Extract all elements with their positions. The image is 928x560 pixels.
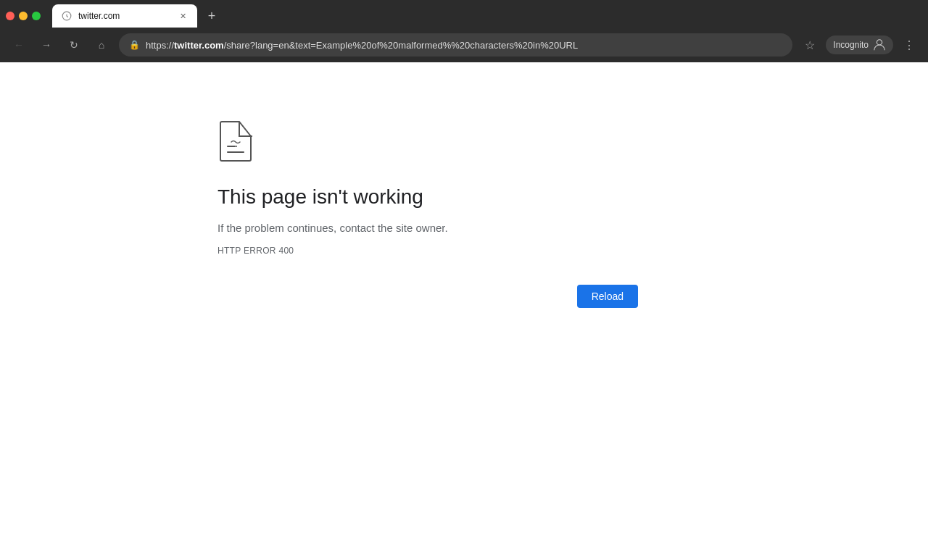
bookmark-button[interactable]: ☆ (800, 35, 820, 55)
incognito-label: Incognito (833, 40, 869, 50)
reload-button[interactable]: Reload (577, 285, 638, 308)
browser-chrome: twitter.com ✕ + ← → ↻ ⌂ 🔒 https://twitte… (0, 0, 928, 62)
incognito-icon (873, 38, 886, 51)
error-code: HTTP ERROR 400 (218, 246, 638, 256)
tab-title: twitter.com (78, 11, 171, 21)
back-icon: ← (14, 39, 24, 51)
tab-favicon (61, 10, 72, 22)
home-icon: ⌂ (99, 39, 104, 51)
maximize-window-button[interactable] (32, 12, 41, 20)
close-window-button[interactable] (6, 12, 14, 20)
forward-button[interactable]: → (36, 35, 57, 55)
new-tab-button[interactable]: + (202, 6, 222, 26)
window-controls (6, 12, 41, 20)
reload-row: Reload (218, 285, 638, 308)
error-container: This page isn't working If the problem c… (218, 120, 638, 308)
back-button[interactable]: ← (9, 35, 29, 55)
minimize-window-button[interactable] (19, 12, 28, 20)
new-tab-icon: + (208, 9, 216, 24)
address-right-controls: ☆ Incognito ⋮ (800, 35, 919, 55)
star-icon: ☆ (805, 38, 815, 52)
forward-icon: → (41, 39, 51, 51)
url-text: https://twitter.com/share?lang=en&text=E… (146, 40, 782, 51)
reload-button[interactable]: ↻ (64, 35, 84, 55)
tab-bar: twitter.com ✕ + (0, 0, 928, 28)
lock-icon: 🔒 (129, 40, 140, 50)
address-bar: ← → ↻ ⌂ 🔒 https://twitter.com/share?lang… (0, 28, 928, 62)
error-message: If the problem continues, contact the si… (218, 220, 638, 237)
url-bar[interactable]: 🔒 https://twitter.com/share?lang=en&text… (119, 33, 792, 57)
error-title: This page isn't working (218, 185, 638, 209)
menu-icon: ⋮ (903, 38, 915, 52)
incognito-badge[interactable]: Incognito (826, 35, 893, 54)
page-content: This page isn't working If the problem c… (0, 62, 928, 560)
tab-close-button[interactable]: ✕ (177, 10, 188, 22)
error-document-icon (218, 120, 254, 162)
reload-icon: ↻ (70, 39, 78, 51)
browser-menu-button[interactable]: ⋮ (899, 35, 919, 55)
home-button[interactable]: ⌂ (91, 35, 112, 55)
active-tab[interactable]: twitter.com ✕ (52, 4, 197, 28)
